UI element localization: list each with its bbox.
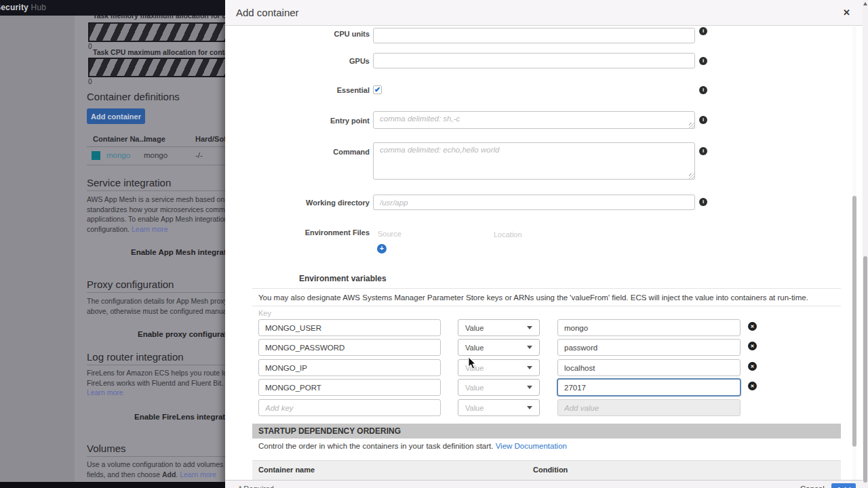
command-input[interactable] — [373, 142, 695, 180]
container-image-cell: mongo — [144, 151, 167, 159]
volumes-text: Use a volume configuration to add volume… — [87, 460, 225, 479]
log-router-text: FireLens for Amazon ECS helps you route … — [87, 368, 225, 398]
modal-scrollbar-thumb[interactable] — [852, 196, 856, 447]
log-router-heading: Log router integration — [87, 351, 184, 363]
environment-variables-description: You may also designate AWS Systems Manag… — [258, 293, 808, 302]
env-key-input[interactable] — [258, 379, 441, 396]
env-files-source-column: Source — [378, 230, 401, 238]
cancel-button[interactable]: Cancel — [800, 485, 825, 488]
add-button[interactable]: Add — [831, 483, 856, 488]
chevron-down-icon — [527, 346, 532, 349]
chevron-down-icon — [527, 406, 532, 409]
chevron-down-icon — [527, 386, 532, 389]
page-scrollbar-thumb[interactable] — [863, 256, 867, 483]
section-divider — [87, 292, 225, 293]
remove-row-icon[interactable]: ✕ — [748, 382, 757, 390]
view-documentation-link[interactable]: View Documentation — [496, 442, 567, 450]
learn-more-link[interactable]: Learn more — [87, 388, 225, 398]
essential-checkbox[interactable]: ✔ — [373, 85, 382, 94]
env-value-input[interactable] — [557, 319, 741, 336]
env-key-input[interactable] — [258, 359, 441, 376]
column-header-hard-soft: Hard/Soft — [195, 135, 225, 143]
learn-more-link[interactable]: Learn more — [132, 225, 168, 233]
gpus-input[interactable] — [373, 53, 695, 68]
task-cpu-chart-label: Task CPU maximum allocation for containe… — [93, 48, 225, 56]
console-top-navbar: Security Hub — [0, 0, 225, 16]
divider — [252, 306, 841, 306]
env-value-input[interactable] — [557, 359, 741, 376]
modal-title: Add container — [236, 0, 299, 26]
console-bottom-bar — [0, 482, 225, 488]
env-key-input[interactable] — [258, 339, 441, 356]
command-label: Command — [225, 148, 370, 156]
service-integration-text: AWS App Mesh is a service mesh based on … — [87, 195, 225, 234]
environment-variables-heading: Environment variables — [299, 274, 387, 283]
container-definitions-heading: Container definitions — [87, 91, 180, 102]
section-divider — [87, 365, 225, 365]
container-limits-cell: -/- — [195, 151, 203, 159]
entry-point-label: Entry point — [225, 117, 370, 125]
entry-point-input[interactable] — [373, 111, 695, 129]
modal-footer: * Required Cancel Add — [225, 480, 868, 488]
column-header-image: Image — [144, 135, 165, 143]
task-memory-chart-value: 0 — [88, 43, 92, 50]
startup-dependency-heading: STARTUP DEPENDENCY ORDERING — [252, 424, 841, 439]
container-name-link[interactable]: mongo — [106, 151, 130, 159]
env-value-input[interactable] — [557, 379, 741, 396]
startup-dependency-text: Control the order in which the container… — [258, 442, 567, 450]
env-type-select[interactable]: Value — [458, 379, 540, 396]
add-container-button-background[interactable]: Add container — [87, 108, 145, 124]
task-cpu-chart-value: 0 — [88, 78, 92, 85]
enable-app-mesh-button[interactable]: Enable App Mesh integration — [131, 248, 225, 256]
enable-proxy-configuration-button[interactable]: Enable proxy configuration — [138, 330, 225, 338]
required-note: * Required — [239, 485, 274, 488]
add-environment-file-icon[interactable]: + — [377, 244, 387, 253]
working-directory-label: Working directory — [225, 199, 370, 207]
env-value-input[interactable] — [557, 339, 741, 356]
cpu-units-input[interactable] — [373, 28, 695, 43]
working-directory-input[interactable] — [373, 195, 695, 210]
task-memory-chart-bar — [88, 22, 225, 42]
env-type-select[interactable]: Value — [458, 339, 540, 356]
remove-row-icon[interactable]: ✕ — [748, 362, 757, 371]
gpus-label: GPUs — [225, 57, 370, 65]
info-icon[interactable]: i — [699, 198, 707, 206]
modal-header: Add container ✕ — [225, 0, 868, 26]
info-icon[interactable]: i — [699, 116, 707, 124]
section-divider — [87, 190, 225, 191]
remove-row-icon[interactable]: ✕ — [748, 322, 757, 331]
chevron-down-icon — [527, 366, 532, 369]
modal-scrollbar[interactable] — [852, 26, 856, 480]
info-icon[interactable]: i — [699, 27, 707, 35]
info-icon[interactable]: i — [699, 147, 707, 155]
table-divider — [87, 165, 225, 165]
scroll-up-icon[interactable] — [863, 2, 867, 5]
proxy-configuration-heading: Proxy configuration — [87, 279, 174, 290]
key-column-header: Key — [258, 309, 271, 317]
environment-files-label: Environment Files — [225, 228, 370, 237]
column-header-container-name: Container Na... — [93, 135, 146, 143]
divider — [252, 288, 841, 289]
info-icon[interactable]: i — [699, 86, 707, 94]
learn-more-link[interactable]: Learn more — [180, 470, 216, 479]
essential-label: Essential — [225, 86, 370, 94]
column-header-container-name: Container name — [258, 466, 315, 474]
enable-firelens-button[interactable]: Enable FireLens integration — [134, 413, 225, 421]
column-header-condition: Condition — [533, 466, 568, 474]
page-scrollbar[interactable] — [863, 0, 868, 488]
container-color-swatch — [92, 151, 100, 160]
env-add-key-input[interactable] — [258, 399, 441, 416]
proxy-configuration-text: The configuration details for App Mesh p… — [87, 296, 225, 316]
close-icon[interactable]: ✕ — [843, 7, 850, 18]
resize-handle-icon[interactable] — [689, 123, 695, 129]
security-hub-label: Security Hub — [0, 3, 46, 12]
mouse-cursor — [468, 357, 477, 370]
env-type-select[interactable]: Value — [458, 319, 540, 336]
console-sidebar — [0, 0, 75, 488]
remove-row-icon[interactable]: ✕ — [748, 342, 757, 350]
env-type-select[interactable]: Value — [458, 399, 540, 416]
info-icon[interactable]: i — [699, 57, 707, 65]
env-key-input[interactable] — [258, 319, 441, 336]
resize-handle-icon[interactable] — [689, 174, 695, 180]
env-add-value-input[interactable] — [557, 399, 741, 416]
